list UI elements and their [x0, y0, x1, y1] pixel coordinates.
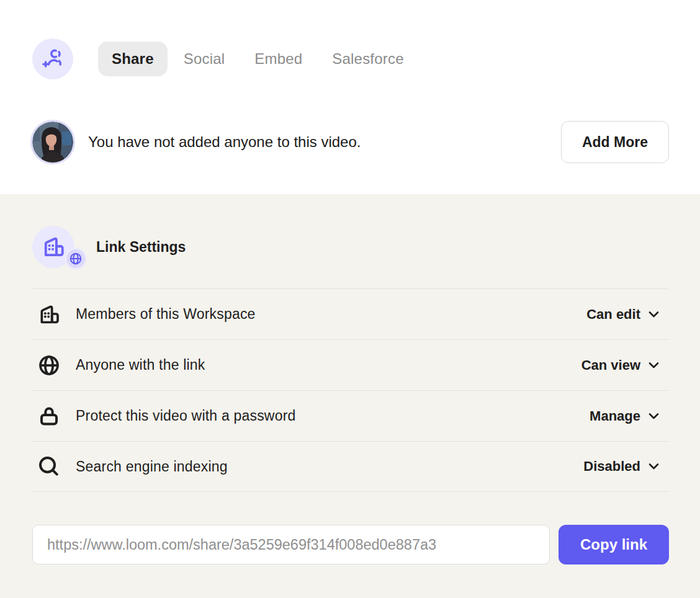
link-settings-header: Link Settings — [32, 226, 669, 268]
share-url-input[interactable] — [32, 525, 550, 565]
permission-dropdown-password[interactable]: Manage — [590, 408, 659, 424]
link-settings-list: Members of this Workspace Can edit Anyon… — [32, 288, 669, 492]
permission-dropdown-link[interactable]: Can view — [581, 357, 659, 373]
add-people-icon — [41, 46, 65, 72]
globe-badge-icon — [65, 248, 87, 270]
setting-row-password: Protect this video with a password Manag… — [32, 390, 669, 441]
tab-embed[interactable]: Embed — [241, 42, 316, 76]
lock-icon — [36, 403, 62, 429]
dropdown-value: Disabled — [583, 458, 640, 475]
setting-row-anyone-with-link: Anyone with the link Can view — [32, 339, 669, 390]
dropdown-value: Can view — [581, 357, 640, 373]
share-panel-top: Share Social Embed Salesforce — [0, 0, 700, 194]
tab-salesforce[interactable]: Salesforce — [318, 42, 417, 76]
dropdown-value: Manage — [590, 408, 640, 424]
tabs-row: Share Social Embed Salesforce — [32, 0, 669, 79]
chevron-down-icon — [648, 362, 659, 369]
chevron-down-icon — [648, 413, 659, 420]
link-settings-title: Link Settings — [96, 239, 186, 256]
permission-dropdown-indexing[interactable]: Disabled — [583, 458, 659, 475]
chevron-down-icon — [648, 463, 659, 470]
setting-row-search-indexing: Search engine indexing Disabled — [32, 441, 669, 492]
setting-label: Anyone with the link — [76, 357, 205, 373]
chevron-down-icon — [648, 311, 659, 318]
setting-label: Protect this video with a password — [76, 408, 296, 424]
avatar — [32, 122, 73, 163]
setting-label: Search engine indexing — [76, 458, 228, 475]
workspace-building-icon — [36, 301, 62, 328]
share-link-row: Copy link — [32, 525, 669, 565]
tab-social[interactable]: Social — [170, 42, 239, 76]
link-settings-section: Link Settings Members of this Workspace … — [0, 194, 700, 598]
copy-link-button[interactable]: Copy link — [559, 525, 669, 565]
permission-dropdown-workspace[interactable]: Can edit — [586, 306, 659, 323]
tab-share[interactable]: Share — [98, 42, 168, 76]
add-more-button[interactable]: Add More — [561, 121, 669, 163]
dropdown-value: Can edit — [586, 306, 640, 323]
setting-label: Members of this Workspace — [76, 306, 256, 323]
no-people-message: You have not added anyone to this video. — [88, 133, 361, 151]
setting-row-workspace-members: Members of this Workspace Can edit — [32, 288, 669, 339]
globe-icon — [36, 352, 62, 378]
share-tabs: Share Social Embed Salesforce — [98, 42, 418, 76]
people-row: You have not added anyone to this video.… — [32, 121, 669, 163]
link-settings-icon-group — [32, 226, 74, 268]
add-people-badge — [32, 38, 73, 79]
search-icon — [36, 453, 62, 480]
